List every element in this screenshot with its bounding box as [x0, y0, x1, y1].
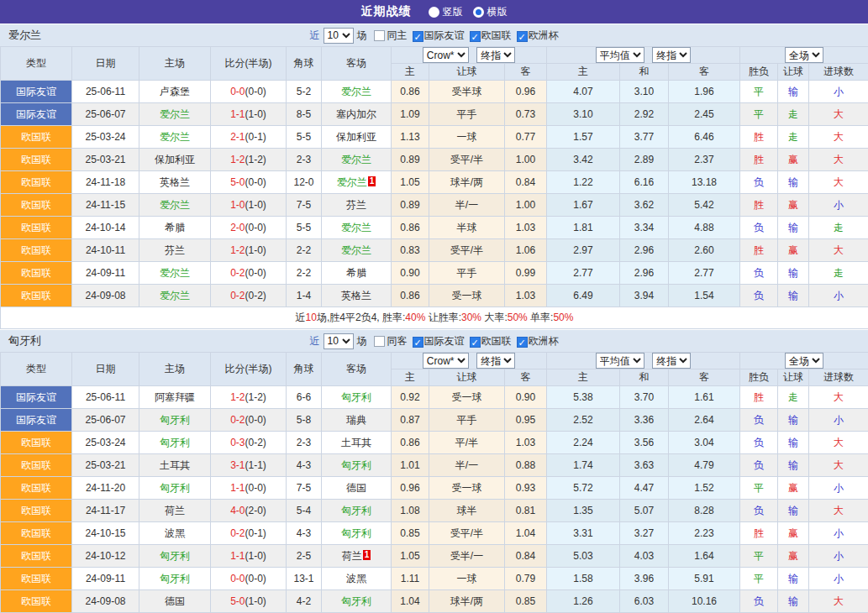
home-team[interactable]: 爱尔兰 — [139, 103, 211, 126]
col-crow-handicap: 让球 — [429, 64, 505, 81]
col-date: 日期 — [72, 353, 139, 386]
crow-away-odds: 0.93 — [505, 477, 547, 500]
home-team[interactable]: 爱尔兰 — [139, 194, 211, 217]
odds-stage-select-crow[interactable]: 终指 — [476, 47, 515, 63]
odds-stage-select-avg[interactable]: 终指 — [652, 353, 691, 369]
away-team[interactable]: 爱尔兰 — [322, 239, 392, 262]
home-team[interactable]: 爱尔兰 — [139, 285, 211, 307]
match-row: 国际友谊25-06-11阿塞拜疆1-2(1-2)6-6匈牙利0.92受一球0.9… — [1, 386, 868, 409]
col-crow-home: 主 — [392, 64, 429, 81]
home-team[interactable]: 匈牙利 — [139, 432, 211, 454]
score-cell: 2-0(0-0) — [211, 217, 287, 239]
vertical-layout-radio[interactable] — [429, 7, 439, 18]
competition-checkbox[interactable] — [413, 31, 423, 42]
average-select[interactable]: 平均值 — [596, 47, 644, 63]
home-team[interactable]: 卢森堡 — [139, 81, 211, 103]
competition-checkbox[interactable] — [517, 337, 528, 348]
bookmaker-select[interactable]: Crow* — [423, 353, 469, 369]
home-team[interactable]: 波黑 — [139, 522, 211, 545]
team-name: 爱尔兰 — [160, 267, 190, 279]
home-team[interactable]: 希腊 — [139, 217, 211, 239]
team-name: 匈牙利 — [160, 414, 190, 426]
away-team[interactable]: 英格兰 — [322, 285, 392, 307]
scope-select[interactable]: 全场 — [785, 353, 823, 369]
away-team[interactable]: 爱尔兰 — [322, 217, 392, 239]
team-name: 波黑 — [346, 573, 366, 584]
home-team[interactable]: 德国 — [139, 590, 211, 613]
crow-away-odds: 1.00 — [505, 149, 547, 171]
away-team[interactable]: 匈牙利 — [322, 386, 392, 409]
away-team[interactable]: 爱尔兰1 — [322, 171, 392, 194]
result-goals: 大 — [809, 454, 868, 477]
recent-results-panel: 近期战绩 竖版 横版 爱尔兰 近 10 场 同主 国际友谊欧国联欧洲杯 — [0, 0, 868, 613]
away-team[interactable]: 德国 — [322, 477, 392, 500]
scope-select[interactable]: 全场 — [785, 47, 823, 63]
away-team[interactable]: 芬兰 — [322, 194, 392, 217]
fulltime-score: 2-0 — [230, 222, 245, 233]
same-venue-checkbox[interactable] — [374, 30, 385, 41]
away-team[interactable]: 塞内加尔 — [322, 103, 392, 126]
away-team[interactable]: 瑞典 — [322, 409, 392, 432]
avg-draw-odds: 2.96 — [620, 262, 669, 285]
competition-checkbox[interactable] — [413, 337, 423, 348]
match-row: 国际友谊25-06-07爱尔兰1-1(1-0)8-5塞内加尔1.09平手0.73… — [1, 103, 868, 126]
team-name: 爱尔兰 — [341, 86, 371, 97]
halftime-score: (1-0) — [245, 550, 266, 562]
away-team[interactable]: 匈牙利 — [322, 500, 392, 522]
home-team[interactable]: 爱尔兰 — [139, 262, 211, 285]
fulltime-group-header: 全场 — [740, 353, 868, 369]
match-row: 欧国联25-03-21土耳其3-1(1-1)4-3匈牙利1.01半/一0.881… — [1, 454, 868, 477]
avg-home-odds: 1.74 — [547, 454, 620, 477]
result-goals: 小 — [809, 194, 868, 217]
same-venue-checkbox[interactable] — [374, 336, 385, 347]
crow-away-odds: 0.99 — [505, 262, 547, 285]
bookmaker-select[interactable]: Crow* — [423, 47, 469, 63]
away-team[interactable]: 土耳其 — [322, 432, 392, 454]
halftime-score: (1-1) — [245, 459, 266, 471]
crow-handicap-line: 受一球 — [429, 386, 505, 409]
home-team[interactable]: 阿塞拜疆 — [139, 386, 211, 409]
result-outcome: 负 — [740, 217, 778, 239]
crow-away-odds: 0.84 — [505, 545, 547, 568]
recent-count-select[interactable]: 10 — [324, 333, 354, 349]
league-badge: 欧国联 — [1, 500, 72, 522]
home-team[interactable]: 爱尔兰 — [139, 126, 211, 149]
competition-label: 欧洲杯 — [529, 29, 559, 41]
away-team[interactable]: 匈牙利 — [322, 454, 392, 477]
competition-checkbox[interactable] — [517, 31, 528, 42]
team-name: 土耳其 — [160, 459, 190, 471]
home-team[interactable]: 匈牙利 — [139, 568, 211, 590]
games-label: 场 — [357, 29, 367, 43]
match-date: 25-03-21 — [72, 149, 139, 171]
competition-checkbox[interactable] — [470, 337, 481, 348]
recent-count-select[interactable]: 10 — [324, 28, 354, 44]
home-team[interactable]: 芬兰 — [139, 239, 211, 262]
home-team[interactable]: 匈牙利 — [139, 409, 211, 432]
home-team[interactable]: 英格兰 — [139, 171, 211, 194]
away-team[interactable]: 荷兰1 — [322, 545, 392, 568]
vertical-layout-label: 竖版 — [443, 5, 463, 19]
home-team[interactable]: 土耳其 — [139, 454, 211, 477]
score-cell: 0-2(0-0) — [211, 262, 287, 285]
away-team[interactable]: 希腊 — [322, 262, 392, 285]
result-handicap: 走 — [778, 103, 809, 126]
horizontal-layout-radio[interactable] — [473, 7, 484, 18]
odds-stage-select-avg[interactable]: 终指 — [652, 47, 691, 63]
odds-stage-select-crow[interactable]: 终指 — [476, 353, 515, 369]
away-team[interactable]: 匈牙利 — [322, 522, 392, 545]
page-title: 近期战绩 — [361, 4, 412, 19]
home-team[interactable]: 匈牙利 — [139, 545, 211, 568]
away-team[interactable]: 爱尔兰 — [322, 149, 392, 171]
away-team[interactable]: 波黑 — [322, 568, 392, 590]
home-team[interactable]: 荷兰 — [139, 500, 211, 522]
away-team[interactable]: 爱尔兰 — [322, 81, 392, 103]
away-team[interactable]: 保加利亚 — [322, 126, 392, 149]
home-team[interactable]: 保加利亚 — [139, 149, 211, 171]
home-team[interactable]: 匈牙利 — [139, 477, 211, 500]
competition-checkbox[interactable] — [470, 31, 481, 42]
average-select[interactable]: 平均值 — [596, 353, 644, 369]
stats-summary: 近10场,胜4平2负4, 胜率:40% 让胜率:30% 大率:50% 单率:50… — [1, 307, 868, 329]
avg-away-odds: 8.28 — [669, 500, 740, 522]
away-team[interactable]: 匈牙利 — [322, 590, 392, 613]
result-handicap: 输 — [778, 81, 809, 103]
